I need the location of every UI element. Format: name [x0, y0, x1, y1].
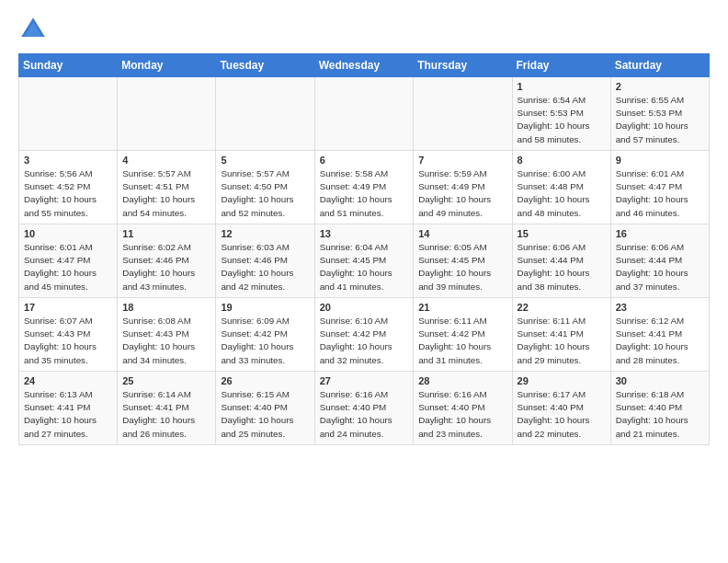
calendar-cell: 2Sunrise: 6:55 AM Sunset: 5:53 PM Daylig… [610, 77, 709, 151]
day-number: 9 [616, 155, 704, 166]
day-number: 27 [320, 375, 409, 386]
day-info: Sunrise: 6:06 AM Sunset: 4:44 PM Dayligh… [518, 241, 606, 293]
calendar: SundayMondayTuesdayWednesdayThursdayFrid… [18, 53, 710, 445]
calendar-cell: 10Sunrise: 6:01 AM Sunset: 4:47 PM Dayli… [19, 224, 118, 298]
calendar-cell: 15Sunrise: 6:06 AM Sunset: 4:44 PM Dayli… [512, 224, 610, 298]
calendar-cell: 30Sunrise: 6:18 AM Sunset: 4:40 PM Dayli… [610, 372, 709, 445]
calendar-cell: 19Sunrise: 6:09 AM Sunset: 4:42 PM Dayli… [216, 298, 314, 372]
day-info: Sunrise: 6:05 AM Sunset: 4:45 PM Dayligh… [418, 241, 506, 293]
calendar-cell: 25Sunrise: 6:14 AM Sunset: 4:41 PM Dayli… [118, 372, 216, 445]
day-number: 6 [320, 155, 409, 166]
day-number: 21 [418, 302, 506, 313]
day-info: Sunrise: 6:04 AM Sunset: 4:45 PM Dayligh… [320, 241, 409, 293]
calendar-cell: 20Sunrise: 6:10 AM Sunset: 4:42 PM Dayli… [314, 298, 414, 372]
day-info: Sunrise: 6:07 AM Sunset: 4:43 PM Dayligh… [24, 315, 112, 367]
day-info: Sunrise: 5:59 AM Sunset: 4:49 PM Dayligh… [418, 167, 506, 220]
week-row-1: 3Sunrise: 5:56 AM Sunset: 4:52 PM Daylig… [19, 151, 710, 224]
day-number: 8 [518, 155, 606, 166]
day-info: Sunrise: 6:02 AM Sunset: 4:46 PM Dayligh… [122, 241, 210, 293]
weekday-friday: Friday [512, 54, 610, 77]
day-number: 11 [122, 228, 210, 239]
calendar-cell: 11Sunrise: 6:02 AM Sunset: 4:46 PM Dayli… [118, 224, 216, 298]
week-row-3: 17Sunrise: 6:07 AM Sunset: 4:43 PM Dayli… [19, 298, 710, 372]
day-info: Sunrise: 6:54 AM Sunset: 5:53 PM Dayligh… [518, 94, 606, 146]
day-info: Sunrise: 6:06 AM Sunset: 4:44 PM Dayligh… [616, 241, 704, 293]
day-info: Sunrise: 5:57 AM Sunset: 4:51 PM Dayligh… [122, 167, 210, 220]
day-info: Sunrise: 6:11 AM Sunset: 4:42 PM Dayligh… [418, 315, 506, 367]
weekday-sunday: Sunday [19, 54, 118, 77]
day-number: 15 [518, 228, 606, 239]
calendar-cell: 22Sunrise: 6:11 AM Sunset: 4:41 PM Dayli… [512, 298, 610, 372]
day-number: 29 [518, 375, 606, 386]
day-number: 3 [24, 155, 112, 166]
day-info: Sunrise: 6:15 AM Sunset: 4:40 PM Dayligh… [221, 388, 309, 441]
day-number: 16 [616, 228, 704, 239]
day-info: Sunrise: 5:56 AM Sunset: 4:52 PM Dayligh… [24, 167, 112, 220]
day-info: Sunrise: 5:58 AM Sunset: 4:49 PM Dayligh… [320, 167, 409, 220]
day-number: 13 [320, 228, 409, 239]
calendar-cell: 6Sunrise: 5:58 AM Sunset: 4:49 PM Daylig… [314, 151, 414, 224]
weekday-header-row: SundayMondayTuesdayWednesdayThursdayFrid… [19, 54, 710, 77]
day-info: Sunrise: 6:12 AM Sunset: 4:41 PM Dayligh… [616, 315, 704, 367]
day-number: 19 [221, 302, 309, 313]
day-number: 18 [122, 302, 210, 313]
calendar-cell [414, 77, 512, 151]
calendar-cell: 13Sunrise: 6:04 AM Sunset: 4:45 PM Dayli… [314, 224, 414, 298]
logo [18, 15, 51, 44]
calendar-cell: 23Sunrise: 6:12 AM Sunset: 4:41 PM Dayli… [610, 298, 709, 372]
calendar-cell [216, 77, 314, 151]
calendar-cell: 24Sunrise: 6:13 AM Sunset: 4:41 PM Dayli… [19, 372, 118, 445]
day-info: Sunrise: 6:11 AM Sunset: 4:41 PM Dayligh… [518, 315, 606, 367]
day-number: 2 [616, 81, 704, 92]
calendar-cell: 12Sunrise: 6:03 AM Sunset: 4:46 PM Dayli… [216, 224, 314, 298]
day-number: 20 [320, 302, 409, 313]
calendar-cell: 26Sunrise: 6:15 AM Sunset: 4:40 PM Dayli… [216, 372, 314, 445]
day-number: 17 [24, 302, 112, 313]
day-info: Sunrise: 6:13 AM Sunset: 4:41 PM Dayligh… [24, 388, 112, 441]
calendar-cell: 16Sunrise: 6:06 AM Sunset: 4:44 PM Dayli… [610, 224, 709, 298]
day-info: Sunrise: 6:00 AM Sunset: 4:48 PM Dayligh… [518, 167, 606, 220]
week-row-0: 1Sunrise: 6:54 AM Sunset: 5:53 PM Daylig… [19, 77, 710, 151]
calendar-cell: 27Sunrise: 6:16 AM Sunset: 4:40 PM Dayli… [314, 372, 414, 445]
calendar-cell: 7Sunrise: 5:59 AM Sunset: 4:49 PM Daylig… [414, 151, 512, 224]
calendar-cell: 18Sunrise: 6:08 AM Sunset: 4:43 PM Dayli… [118, 298, 216, 372]
header [18, 15, 710, 44]
day-number: 25 [122, 375, 210, 386]
weekday-monday: Monday [118, 54, 216, 77]
calendar-body: 1Sunrise: 6:54 AM Sunset: 5:53 PM Daylig… [19, 77, 710, 445]
page: SundayMondayTuesdayWednesdayThursdayFrid… [0, 0, 728, 454]
day-number: 10 [24, 228, 112, 239]
day-info: Sunrise: 6:16 AM Sunset: 4:40 PM Dayligh… [320, 388, 409, 441]
logo-icon [18, 15, 48, 44]
day-number: 5 [221, 155, 309, 166]
weekday-thursday: Thursday [414, 54, 512, 77]
week-row-2: 10Sunrise: 6:01 AM Sunset: 4:47 PM Dayli… [19, 224, 710, 298]
day-info: Sunrise: 6:14 AM Sunset: 4:41 PM Dayligh… [122, 388, 210, 441]
day-info: Sunrise: 6:17 AM Sunset: 4:40 PM Dayligh… [518, 388, 606, 441]
day-number: 26 [221, 375, 309, 386]
calendar-cell: 14Sunrise: 6:05 AM Sunset: 4:45 PM Dayli… [414, 224, 512, 298]
calendar-cell: 1Sunrise: 6:54 AM Sunset: 5:53 PM Daylig… [512, 77, 610, 151]
calendar-cell: 28Sunrise: 6:16 AM Sunset: 4:40 PM Dayli… [414, 372, 512, 445]
calendar-cell: 8Sunrise: 6:00 AM Sunset: 4:48 PM Daylig… [512, 151, 610, 224]
day-number: 7 [418, 155, 506, 166]
calendar-cell: 5Sunrise: 5:57 AM Sunset: 4:50 PM Daylig… [216, 151, 314, 224]
day-info: Sunrise: 5:57 AM Sunset: 4:50 PM Dayligh… [221, 167, 309, 220]
day-number: 1 [518, 81, 606, 92]
week-row-4: 24Sunrise: 6:13 AM Sunset: 4:41 PM Dayli… [19, 372, 710, 445]
day-info: Sunrise: 6:03 AM Sunset: 4:46 PM Dayligh… [221, 241, 309, 293]
calendar-cell: 17Sunrise: 6:07 AM Sunset: 4:43 PM Dayli… [19, 298, 118, 372]
day-info: Sunrise: 6:09 AM Sunset: 4:42 PM Dayligh… [221, 315, 309, 367]
calendar-cell: 4Sunrise: 5:57 AM Sunset: 4:51 PM Daylig… [118, 151, 216, 224]
weekday-tuesday: Tuesday [216, 54, 314, 77]
calendar-cell: 21Sunrise: 6:11 AM Sunset: 4:42 PM Dayli… [414, 298, 512, 372]
day-number: 14 [418, 228, 506, 239]
day-info: Sunrise: 6:01 AM Sunset: 4:47 PM Dayligh… [24, 241, 112, 293]
calendar-header: SundayMondayTuesdayWednesdayThursdayFrid… [19, 54, 710, 77]
weekday-wednesday: Wednesday [314, 54, 414, 77]
day-info: Sunrise: 6:16 AM Sunset: 4:40 PM Dayligh… [418, 388, 506, 441]
day-number: 24 [24, 375, 112, 386]
day-info: Sunrise: 6:08 AM Sunset: 4:43 PM Dayligh… [122, 315, 210, 367]
calendar-cell [314, 77, 414, 151]
day-info: Sunrise: 6:55 AM Sunset: 5:53 PM Dayligh… [616, 94, 704, 146]
